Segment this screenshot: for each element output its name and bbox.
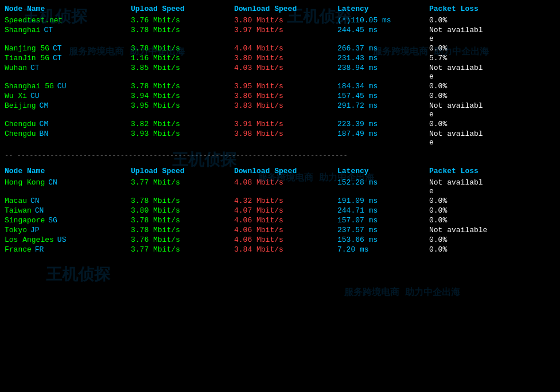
row-type: CM: [40, 101, 49, 119]
row-latency: 266.37 ms: [337, 44, 429, 53]
row-upload: 3.76 Mbit/s: [131, 16, 234, 25]
row-upload: 3.93 Mbit/s: [131, 130, 234, 147]
row-download: 4.08 Mbit/s: [234, 178, 337, 195]
table-row: Shanghai 5G CU 3.78 Mbit/s 3.95 Mbit/s 1…: [5, 81, 555, 91]
row-download: 4.03 Mbit/s: [234, 64, 337, 81]
row-name: Chengdu: [5, 130, 36, 147]
s1-header-upload: Upload Speed: [131, 5, 234, 13]
row-type: CN: [30, 197, 40, 205]
s2-header-node: Node Name: [5, 167, 131, 175]
s1-header-latency: Latency: [337, 5, 429, 13]
row-name: Shanghai: [5, 26, 40, 43]
row-latency: 152.28 ms: [337, 178, 429, 195]
row-download: 4.04 Mbit/s: [234, 44, 337, 53]
row-name: Wuhan: [5, 64, 27, 81]
table-row: Singapore SG 3.78 Mbit/s 4.06 Mbit/s 157…: [5, 215, 555, 225]
row-latency: 291.72 ms: [337, 101, 429, 119]
row-loss: 0.0%: [429, 206, 532, 215]
row-download: 3.91 Mbit/s: [234, 120, 337, 128]
row-name: Chengdu: [5, 120, 36, 128]
row-loss: Not available: [429, 178, 532, 195]
row-loss: 0.0%: [429, 44, 532, 53]
row-download: 3.95 Mbit/s: [234, 82, 337, 91]
row-type: SG: [48, 216, 57, 225]
s2-header-latency: Latency: [337, 167, 429, 175]
row-upload: 3.77 Mbit/s: [131, 245, 234, 254]
row-upload: 3.77 Mbit/s: [131, 178, 234, 195]
row-upload: 3.76 Mbit/s: [131, 236, 234, 244]
row-latency: (*)110.05 ms: [337, 16, 429, 25]
row-loss: 0.0%: [429, 92, 532, 100]
row-loss: Not available: [429, 64, 532, 81]
row-upload: 3.78 Mbit/s: [131, 26, 234, 43]
row-type: CN: [48, 178, 57, 195]
row-type: CU: [57, 82, 67, 91]
row-type: BN: [40, 130, 49, 147]
table-row: Los Angeles US 3.76 Mbit/s 4.06 Mbit/s 1…: [5, 235, 555, 245]
row-type: JP: [30, 226, 40, 234]
row-type: CT: [53, 54, 62, 62]
row-upload: 3.85 Mbit/s: [131, 64, 234, 81]
table-row: Chengdu CM 3.82 Mbit/s 3.91 Mbit/s 223.3…: [5, 119, 555, 129]
row-upload: 1.16 Mbit/s: [131, 54, 234, 62]
table-row: Tokyo JP 3.78 Mbit/s 4.06 Mbit/s 237.57 …: [5, 225, 555, 235]
s2-header-upload: Upload Speed: [131, 167, 234, 175]
row-type: CT: [53, 44, 62, 53]
section1-header: Node Name Upload Speed Download Speed La…: [5, 2, 555, 15]
row-name: Nanjing 5G: [5, 44, 49, 53]
row-type: CN: [35, 206, 44, 215]
s2-header-loss: Packet Loss: [429, 167, 532, 175]
table-row: Macau CN 3.78 Mbit/s 4.32 Mbit/s 191.09 …: [5, 196, 555, 206]
row-name: TianJin 5G: [5, 54, 49, 62]
row-download: 3.97 Mbit/s: [234, 26, 337, 43]
row-upload: 3.78 Mbit/s: [131, 44, 234, 53]
row-loss: Not available: [429, 130, 532, 147]
table-row: Nanjing 5G CT 3.78 Mbit/s 4.04 Mbit/s 26…: [5, 44, 555, 53]
row-loss: 0.0%: [429, 82, 532, 91]
row-latency: 157.45 ms: [337, 92, 429, 100]
row-type: CT: [30, 64, 40, 81]
row-loss: Not available: [429, 101, 532, 119]
table-row: Speedtest.net 3.76 Mbit/s 3.80 Mbit/s (*…: [5, 15, 555, 25]
row-upload: 3.95 Mbit/s: [131, 101, 234, 119]
row-upload: 3.80 Mbit/s: [131, 206, 234, 215]
row-loss: 0.0%: [429, 236, 532, 244]
row-download: 3.80 Mbit/s: [234, 16, 337, 25]
row-type: FR: [35, 245, 44, 254]
s2-header-download: Download Speed: [234, 167, 337, 175]
row-loss: 0.0%: [429, 216, 532, 225]
row-latency: 187.49 ms: [337, 130, 429, 147]
row-name: Shanghai 5G: [5, 82, 54, 91]
row-loss: 0.0%: [429, 16, 532, 25]
row-latency: 223.39 ms: [337, 120, 429, 128]
row-name: Taiwan: [5, 206, 32, 215]
row-upload: 3.78 Mbit/s: [131, 216, 234, 225]
table-row: Beijing CM 3.95 Mbit/s 3.83 Mbit/s 291.7…: [5, 101, 555, 119]
row-upload: 3.82 Mbit/s: [131, 120, 234, 128]
row-download: 4.06 Mbit/s: [234, 236, 337, 244]
row-latency: 237.57 ms: [337, 226, 429, 234]
row-latency: 153.66 ms: [337, 236, 429, 244]
row-download: 3.84 Mbit/s: [234, 245, 337, 254]
row-type: CT: [44, 26, 53, 43]
table-row: France FR 3.77 Mbit/s 3.84 Mbit/s 7.20 m…: [5, 245, 555, 254]
s1-header-node: Node Name: [5, 5, 131, 13]
table-row: Chengdu BN 3.93 Mbit/s 3.98 Mbit/s 187.4…: [5, 129, 555, 147]
watermark-8: 服务跨境电商 助力中企出海: [344, 287, 460, 299]
row-type: US: [57, 236, 67, 244]
row-name: Wu Xi: [5, 92, 27, 100]
row-latency: 157.07 ms: [337, 216, 429, 225]
row-name: Los Angeles: [5, 236, 54, 244]
row-name: Speedtest.net: [5, 16, 63, 25]
row-download: 4.32 Mbit/s: [234, 197, 337, 205]
table-row: Wuhan CT 3.85 Mbit/s 4.03 Mbit/s 238.94 …: [5, 63, 555, 81]
row-download: 3.83 Mbit/s: [234, 101, 337, 119]
row-name: France: [5, 245, 32, 254]
s1-header-loss: Packet Loss: [429, 5, 532, 13]
row-latency: 231.43 ms: [337, 54, 429, 62]
row-name: Beijing: [5, 101, 36, 119]
row-latency: 7.20 ms: [337, 245, 429, 254]
row-download: 3.98 Mbit/s: [234, 130, 337, 147]
row-download: 4.06 Mbit/s: [234, 226, 337, 234]
row-download: 4.06 Mbit/s: [234, 216, 337, 225]
